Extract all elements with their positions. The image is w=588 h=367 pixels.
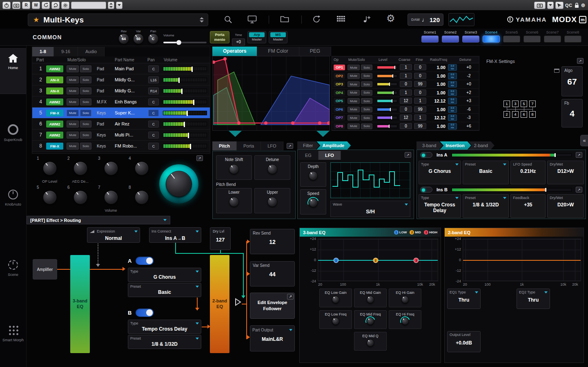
ins-b-type-select[interactable]: Type Tempo Cross Delay [128, 320, 201, 334]
mute-button[interactable]: Mute [347, 115, 360, 121]
mute-button[interactable]: Mute [67, 98, 79, 105]
operator-row[interactable]: OP7 Mute Solo 12 1 12.12 0.0Hz -3 [332, 114, 479, 122]
operator-level-slider[interactable] [377, 108, 397, 111]
knob-dial[interactable] [43, 161, 57, 175]
algorithm-box[interactable]: Algo 67 [561, 66, 583, 96]
tab-1-8[interactable]: 1-8 [32, 47, 54, 56]
operator-label[interactable]: OP6 [334, 107, 345, 112]
scene-button-scene7[interactable]: Scene7 [542, 30, 563, 43]
output-level-box[interactable]: Output Level +0.0dB [447, 331, 481, 352]
sidebar-item-smart-morph[interactable]: Smart Morph [0, 320, 26, 342]
effect-field[interactable]: Type G Chorus [419, 161, 461, 184]
eq-knob-eq-mid-freq[interactable]: EQ Mid Freq [354, 310, 387, 329]
operator-graph[interactable] [212, 56, 330, 131]
search-icon[interactable] [224, 15, 233, 24]
note-shift-knob[interactable]: Note Shift [216, 155, 252, 180]
scene-button-scene3[interactable]: Scene3 [461, 30, 481, 43]
window-icon[interactable] [554, 69, 559, 73]
add-song-icon[interactable] [361, 15, 371, 23]
solo-button[interactable]: Solo [361, 81, 372, 87]
ins-connect-select[interactable]: Ins Connect Ins A→B [149, 227, 201, 243]
ins-a-toggle[interactable] [420, 152, 432, 158]
expand-icon[interactable]: ↗ [196, 155, 203, 161]
tab-insertion[interactable]: Insertion [440, 141, 471, 150]
solo-button[interactable]: Solo [361, 65, 372, 70]
common-button[interactable]: COMMON [33, 34, 62, 40]
effect-field[interactable]: Dry/Wet D20>W [547, 194, 584, 218]
effect-field[interactable]: Preset Basic [463, 161, 509, 184]
ms-master-button[interactable]: MS Master [269, 31, 287, 43]
solo-button[interactable]: Solo [80, 143, 91, 150]
part-row[interactable]: 2 AN-X Mute Solo Pad Mildly G... L16 [32, 74, 210, 85]
part-row[interactable]: 3 AN-X Mute Solo Pad Mildly G... R14 [32, 85, 210, 96]
fine-value[interactable]: 0 [414, 73, 426, 79]
eq3-graph[interactable]: 123 [318, 239, 438, 281]
knob-dial[interactable] [74, 161, 87, 175]
mute-button[interactable]: Mute [347, 123, 360, 129]
part-volume-slider[interactable] [163, 144, 207, 148]
detune-knob[interactable]: Detune [254, 155, 290, 180]
live-set-icon[interactable] [247, 15, 257, 24]
stepper-icon[interactable] [108, 2, 114, 9]
tab-9-16[interactable]: 9-16 [54, 47, 78, 56]
operator-label[interactable]: OP1 [334, 65, 345, 70]
portamento-button[interactable]: Portamento [210, 31, 229, 43]
part-output-select[interactable]: Part Output MainL&R [250, 325, 295, 351]
solo-button[interactable]: Solo [361, 73, 372, 79]
arp-master-button[interactable]: Arp Master [247, 31, 266, 43]
write-button[interactable]: W [32, 2, 40, 9]
operator-row[interactable]: OP1 Mute Solo 1 0 1.00 0.0Hz +0 [332, 63, 479, 72]
operator-label[interactable]: OP3 [334, 81, 345, 87]
screenshot-icon[interactable] [12, 2, 20, 9]
eq-knob-eq-hi-gain[interactable]: EQ Hi Gain [389, 289, 421, 307]
operator-label[interactable]: OP7 [334, 115, 345, 121]
part-volume-slider[interactable] [163, 89, 207, 93]
mute-button[interactable]: Mute [67, 132, 79, 139]
assignable-knob[interactable]: 8 [126, 184, 157, 213]
effect-field[interactable]: Dry/Wet D12>W [547, 161, 584, 184]
power-icon[interactable] [2, 2, 11, 9]
super-knob[interactable] [159, 164, 198, 204]
sync-icon[interactable] [312, 15, 321, 23]
ins-a-preset-select[interactable]: Preset Basic [128, 283, 201, 297]
dry-level-box[interactable]: Dry Lvl 127 [210, 227, 231, 250]
tab-lfo[interactable]: LFO [261, 141, 283, 150]
assignable-knob[interactable]: 1 OP Level [34, 155, 65, 184]
globe-icon[interactable]: ⊕ [581, 2, 586, 8]
operator-row[interactable]: OP3 Mute Solo 0 99 1.00 0.0Hz +0 [332, 80, 479, 89]
os-dropdown-arrow[interactable] [116, 2, 122, 9]
coarse-value[interactable]: 1 [400, 90, 412, 96]
pan-value[interactable]: R14 [148, 87, 159, 94]
mute-button[interactable]: Mute [347, 81, 360, 87]
operator-level-slider[interactable] [377, 116, 397, 119]
solo-button[interactable]: Solo [80, 76, 91, 83]
solo-button[interactable]: Solo [361, 107, 372, 112]
sidebar-item-knobauto[interactable]: KnobAuto [0, 185, 26, 207]
coarse-value[interactable]: 1 [400, 64, 412, 70]
ins-a-level[interactable] [452, 153, 572, 157]
refresh-a-icon[interactable] [42, 2, 50, 9]
solo-button[interactable]: Solo [80, 98, 91, 105]
solo-button[interactable]: Solo [361, 98, 372, 104]
var-send-box[interactable]: Var Send 44 [250, 261, 295, 286]
fine-value[interactable]: 1 [414, 114, 426, 121]
assignable-knob[interactable]: 5 [34, 184, 65, 213]
mute-button[interactable]: Mute [347, 73, 360, 79]
solo-button[interactable]: Solo [361, 123, 372, 129]
feedback-box[interactable]: Fb 4 [561, 99, 583, 128]
operator-level-slider[interactable] [377, 99, 397, 103]
effect-field[interactable]: Preset 1/8 & 1/32D [463, 194, 509, 218]
scene-button-scene5[interactable]: Scene5 [501, 30, 522, 43]
lfo-speed-knob[interactable]: Speed [300, 189, 326, 215]
part-row[interactable]: 4 AWM2 Mute Solo M.FX Enh Bangs C [32, 96, 210, 107]
fine-value[interactable]: 99 [414, 81, 426, 87]
pan-value[interactable]: C [148, 110, 159, 116]
utility-gear-icon[interactable]: ⚙ [386, 13, 395, 23]
part-row[interactable]: 6 AWM2 Mute Solo Pad Air Rez C [32, 119, 210, 130]
assignable-knob[interactable]: 6 [65, 184, 96, 213]
knob-dial[interactable] [74, 190, 87, 204]
part-row[interactable]: 8 FM-X Mute Solo Keys FM Robo... C [32, 141, 210, 152]
fine-value[interactable]: 0 [414, 64, 426, 70]
eq-knob-eq-mid-gain[interactable]: EQ Mid Gain [354, 289, 387, 307]
tab-pitch[interactable]: Pitch [212, 141, 237, 150]
